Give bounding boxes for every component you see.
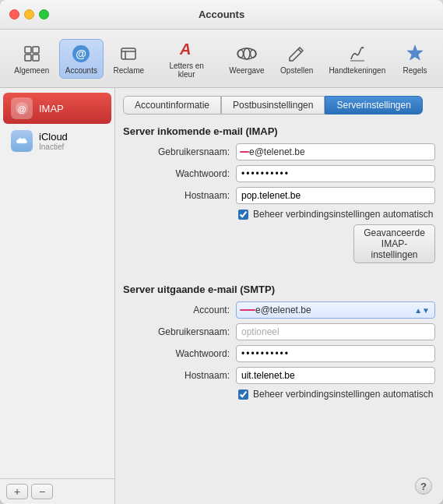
- opstellen-icon: [286, 43, 308, 65]
- tab-server[interactable]: Serverinstellingen: [325, 96, 422, 115]
- handtekeningen-icon: [346, 43, 368, 65]
- handtekeningen-label: Handtekeningen: [329, 66, 385, 75]
- imap-name: IMAP: [39, 103, 64, 115]
- icloud-sub: Inactief: [39, 143, 68, 151]
- incoming-wachtwoord-row: Wachtwoord:: [123, 165, 435, 182]
- incoming-checkbox-row: Beheer verbindingsinstellingen automatis…: [238, 209, 435, 220]
- outgoing-account-row: Account: e@telenet.be ▲▼: [123, 301, 435, 319]
- outgoing-checkbox-label[interactable]: Beheer verbindingsinstellingen automatis…: [253, 389, 433, 400]
- outgoing-wachtwoord-input[interactable]: [236, 345, 435, 362]
- incoming-wachtwoord-input[interactable]: [236, 165, 435, 182]
- incoming-gebruikersnaam-label: Gebruikersnaam:: [123, 146, 236, 157]
- minimize-button[interactable]: [24, 9, 34, 19]
- opstellen-label: Opstellen: [280, 66, 313, 75]
- reclame-icon: [118, 43, 139, 65]
- smtp-arrows-icon: ▲▼: [414, 306, 431, 315]
- incoming-hostnaam-label: Hostnaam:: [123, 190, 236, 201]
- add-account-button[interactable]: +: [6, 484, 28, 499]
- smtp-select-wrapper[interactable]: e@telenet.be ▲▼: [236, 301, 435, 319]
- svg-text:@: @: [76, 48, 87, 60]
- toolbar-item-letters[interactable]: A Letters en kleur: [153, 34, 220, 83]
- svg-rect-0: [25, 47, 31, 53]
- svg-point-13: [250, 50, 255, 58]
- outgoing-hostnaam-input[interactable]: [236, 367, 435, 384]
- tab-postbus[interactable]: Postbusinstellingen: [221, 96, 325, 115]
- sidebar-item-icloud-text: iCloud Inactief: [39, 131, 68, 151]
- sidebar-item-icloud[interactable]: iCloud Inactief: [3, 125, 111, 157]
- outgoing-hostnaam-row: Hostnaam:: [123, 367, 435, 384]
- outgoing-checkbox-row: Beheer verbindingsinstellingen automatis…: [238, 389, 435, 400]
- toolbar-item-handtekeningen[interactable]: Handtekeningen: [323, 39, 392, 79]
- incoming-section-title: Server inkomende e-mail (IMAP): [123, 125, 435, 137]
- content-scroll: Server inkomende e-mail (IMAP) Gebruiker…: [123, 125, 435, 496]
- smtp-email-suffix: e@telenet.be: [255, 305, 311, 315]
- incoming-gebruikersnaam-display: e@telenet.be: [236, 143, 435, 160]
- window-title: Accounts: [199, 9, 244, 20]
- sidebar: @ IMAP iCloud Ina: [0, 88, 115, 504]
- svg-text:@: @: [18, 104, 26, 114]
- outgoing-hostnaam-label: Hostnaam:: [123, 370, 236, 381]
- svg-rect-1: [25, 55, 31, 61]
- incoming-checkbox[interactable]: [238, 210, 248, 220]
- outgoing-gebruikersnaam-label: Gebruikersnaam:: [123, 326, 236, 337]
- svg-rect-6: [121, 48, 135, 59]
- letters-label: Letters en kleur: [160, 62, 213, 79]
- svg-rect-3: [33, 55, 39, 61]
- outgoing-section-title: Server uitgaande e-mail (SMTP): [123, 284, 435, 295]
- advanced-imap-button[interactable]: Geavanceerde IMAP-instellingen: [353, 224, 435, 263]
- window-controls: [9, 9, 49, 19]
- toolbar-item-algemeen[interactable]: Algemeen: [8, 39, 56, 79]
- svg-rect-2: [33, 47, 39, 53]
- content-panel: Accountinformatie Postbusinstellingen Se…: [115, 88, 443, 504]
- imap-icon: @: [11, 97, 33, 119]
- weergave-icon: [236, 43, 258, 65]
- sidebar-item-imap-text: IMAP: [39, 103, 64, 115]
- icloud-icon: [11, 130, 33, 152]
- tab-accountinfo[interactable]: Accountinformatie: [123, 96, 221, 115]
- window: Accounts Algemeen @ Acco: [0, 0, 443, 504]
- remove-account-button[interactable]: −: [31, 484, 53, 499]
- toolbar-item-regels[interactable]: Regels: [395, 39, 435, 79]
- smtp-blurred-part: [240, 309, 255, 311]
- accounts-icon: @: [70, 43, 92, 65]
- outgoing-account-label: Account:: [123, 305, 236, 315]
- advanced-btn-wrapper: Geavanceerde IMAP-instellingen: [238, 224, 435, 273]
- maximize-button[interactable]: [39, 9, 49, 19]
- sidebar-list: @ IMAP iCloud Ina: [0, 88, 114, 478]
- toolbar: Algemeen @ Accounts Reclame: [0, 30, 443, 88]
- accounts-label: Accounts: [65, 66, 97, 75]
- svg-point-12: [237, 50, 243, 58]
- toolbar-item-reclame[interactable]: Reclame: [107, 39, 150, 79]
- algemeen-label: Algemeen: [14, 66, 49, 75]
- icloud-name: iCloud: [39, 131, 68, 143]
- incoming-wachtwoord-label: Wachtwoord:: [123, 168, 236, 179]
- svg-marker-15: [407, 45, 423, 60]
- outgoing-gebruikersnaam-row: Gebruikersnaam:: [123, 323, 435, 340]
- incoming-hostnaam-input[interactable]: [236, 187, 435, 204]
- toolbar-item-weergave[interactable]: Weergave: [223, 39, 271, 79]
- outgoing-wachtwoord-label: Wachtwoord:: [123, 348, 236, 359]
- outgoing-wachtwoord-row: Wachtwoord:: [123, 345, 435, 362]
- toolbar-item-accounts[interactable]: @ Accounts: [59, 39, 104, 79]
- sidebar-item-imap[interactable]: @ IMAP: [3, 93, 111, 124]
- regels-icon: [404, 43, 426, 65]
- weergave-label: Weergave: [229, 66, 264, 75]
- regels-label: Regels: [403, 66, 427, 75]
- svg-point-11: [244, 48, 250, 59]
- incoming-checkbox-label[interactable]: Beheer verbindingsinstellingen automatis…: [253, 209, 433, 220]
- close-button[interactable]: [9, 9, 19, 19]
- svg-text:A: A: [179, 41, 191, 58]
- outgoing-checkbox[interactable]: [238, 389, 248, 400]
- incoming-hostnaam-row: Hostnaam:: [123, 187, 435, 204]
- help-button[interactable]: ?: [415, 478, 432, 495]
- toolbar-item-opstellen[interactable]: Opstellen: [274, 39, 320, 79]
- sidebar-footer: + −: [0, 478, 114, 504]
- titlebar: Accounts: [0, 0, 443, 30]
- reclame-label: Reclame: [114, 66, 144, 75]
- outgoing-gebruikersnaam-input[interactable]: [236, 323, 435, 340]
- tabs: Accountinformatie Postbusinstellingen Se…: [123, 96, 435, 115]
- incoming-gebruikersnaam-row: Gebruikersnaam: e@telenet.be: [123, 143, 435, 160]
- letters-icon: A: [176, 38, 198, 60]
- main-area: @ IMAP iCloud Ina: [0, 88, 443, 504]
- algemeen-icon: [21, 43, 43, 65]
